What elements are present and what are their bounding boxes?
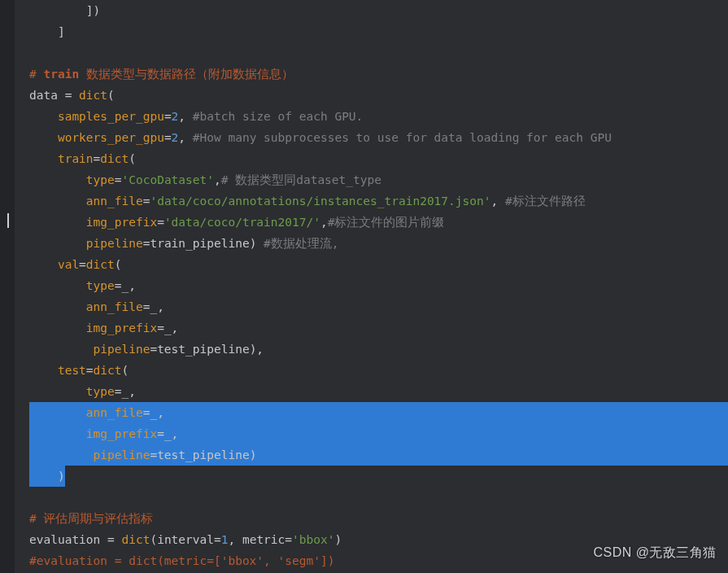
code-line: samples_per_gpu=2, #batch size of each G…	[29, 106, 728, 127]
code-line: train=dict(	[29, 148, 728, 169]
code-line: # 评估周期与评估指标	[29, 508, 728, 529]
code-line: img_prefix='data/coco/train2017/',#标注文件的…	[29, 212, 728, 233]
code-editor[interactable]: ]) ] # train 数据类型与数据路径（附加数据信息） data = di…	[0, 0, 728, 573]
code-line: type='CocoDataset',# 数据类型同dataset_type	[29, 169, 728, 190]
code-line: img_prefix=_,	[29, 317, 728, 339]
code-line: pipeline=train_pipeline) #数据处理流,	[29, 233, 728, 254]
code-line: )	[29, 466, 728, 487]
text-cursor	[7, 213, 9, 228]
code-line: data = dict(	[29, 85, 728, 106]
code-line: type=_,	[29, 275, 728, 296]
code-line: val=dict(	[29, 254, 728, 275]
code-line: type=_,	[29, 381, 728, 402]
code-line: test=dict(	[29, 360, 728, 381]
code-line	[29, 487, 728, 508]
code-line-selected: pipeline=test_pipeline)	[29, 444, 728, 466]
code-line-selected: img_prefix=_,	[29, 423, 728, 444]
code-line	[29, 42, 728, 63]
code-line: ann_file=_,	[29, 296, 728, 317]
code-line: ]	[29, 21, 728, 42]
watermark: CSDN @无敌三角猫	[593, 542, 717, 563]
code-line: workers_per_gpu=2, #How many subprocesse…	[29, 127, 728, 148]
code-line: ])	[29, 0, 728, 21]
code-line: ann_file='data/coco/annotations/instance…	[29, 190, 728, 212]
code-line-selected: ann_file=_,	[29, 402, 728, 423]
code-line: # train 数据类型与数据路径（附加数据信息）	[29, 63, 728, 85]
code-line: pipeline=test_pipeline),	[29, 339, 728, 360]
